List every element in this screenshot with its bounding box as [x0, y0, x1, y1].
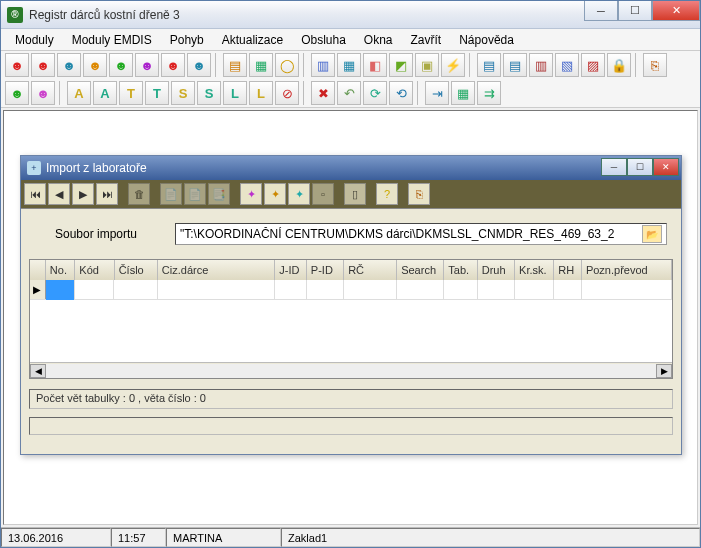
- toolbar2-btn-5[interactable]: T: [119, 81, 143, 105]
- menu-okna[interactable]: Okna: [356, 31, 401, 49]
- menu-zavrit[interactable]: Zavřít: [403, 31, 450, 49]
- col-rh[interactable]: RH: [554, 260, 582, 280]
- toolbar2-btn-18[interactable]: ⇉: [477, 81, 501, 105]
- browse-button[interactable]: 📂: [642, 225, 662, 243]
- grid-cell[interactable]: [275, 280, 306, 300]
- toolbar-btn-13[interactable]: ▦: [337, 53, 361, 77]
- toolbar2-btn-12[interactable]: ✖: [311, 81, 335, 105]
- toolbar-btn-exit[interactable]: ⎘: [643, 53, 667, 77]
- close-button[interactable]: ✕: [652, 1, 700, 21]
- col-kod[interactable]: Kód: [75, 260, 114, 280]
- col-krsk[interactable]: Kr.sk.: [515, 260, 554, 280]
- toolbar-btn-21[interactable]: ▧: [555, 53, 579, 77]
- toolbar-btn-8[interactable]: ☻: [187, 53, 211, 77]
- col-pozn[interactable]: Pozn.převod: [582, 260, 672, 280]
- col-jid[interactable]: J-ID: [275, 260, 306, 280]
- import-tb-f1[interactable]: ✦: [240, 183, 262, 205]
- toolbar2-btn-11[interactable]: ⊘: [275, 81, 299, 105]
- grid-h-scrollbar[interactable]: ◀ ▶: [30, 362, 672, 378]
- import-maximize-button[interactable]: ☐: [627, 158, 653, 176]
- toolbar-btn-10[interactable]: ▦: [249, 53, 273, 77]
- col-druh[interactable]: Druh: [478, 260, 515, 280]
- scroll-track[interactable]: [46, 364, 656, 378]
- import-close-button[interactable]: ✕: [653, 158, 679, 176]
- toolbar-btn-9[interactable]: ▤: [223, 53, 247, 77]
- grid-cell[interactable]: [478, 280, 515, 300]
- col-cizdarce[interactable]: Ciz.dárce: [158, 260, 275, 280]
- toolbar-btn-11[interactable]: ◯: [275, 53, 299, 77]
- grid-cell[interactable]: [307, 280, 344, 300]
- toolbar2-btn-16[interactable]: ⇥: [425, 81, 449, 105]
- toolbar-btn-1[interactable]: ☻: [5, 53, 29, 77]
- toolbar-btn-5[interactable]: ☻: [109, 53, 133, 77]
- import-tb-help[interactable]: ?: [376, 183, 398, 205]
- col-rc[interactable]: RČ: [344, 260, 397, 280]
- grid-cell[interactable]: [582, 280, 672, 300]
- menu-pohyb[interactable]: Pohyb: [162, 31, 212, 49]
- menu-napoveda[interactable]: Nápověda: [451, 31, 522, 49]
- toolbar-btn-7[interactable]: ☻: [161, 53, 185, 77]
- col-tab[interactable]: Tab.: [444, 260, 477, 280]
- import-tb-page[interactable]: ▯: [344, 183, 366, 205]
- toolbar-btn-6[interactable]: ☻: [135, 53, 159, 77]
- import-path-field[interactable]: "T:\KOORDINAČNÍ CENTRUM\DKMS dárci\DKMSL…: [175, 223, 667, 245]
- toolbar2-btn-4[interactable]: A: [93, 81, 117, 105]
- import-tb-f2[interactable]: ✦: [264, 183, 286, 205]
- nav-first-button[interactable]: ⏮: [24, 183, 46, 205]
- toolbar-btn-4[interactable]: ☻: [83, 53, 107, 77]
- scroll-right-icon[interactable]: ▶: [656, 364, 672, 378]
- toolbar-btn-19[interactable]: ▤: [503, 53, 527, 77]
- col-search[interactable]: Search: [397, 260, 444, 280]
- import-tb-copy3[interactable]: 📑: [208, 183, 230, 205]
- toolbar-btn-15[interactable]: ◩: [389, 53, 413, 77]
- import-tb-f3[interactable]: ✦: [288, 183, 310, 205]
- menu-moduly-emdis[interactable]: Moduly EMDIS: [64, 31, 160, 49]
- import-tb-copy1[interactable]: 📄: [160, 183, 182, 205]
- toolbar2-btn-15[interactable]: ⟲: [389, 81, 413, 105]
- toolbar-btn-2[interactable]: ☻: [31, 53, 55, 77]
- nav-prev-button[interactable]: ◀: [48, 183, 70, 205]
- toolbar-btn-16[interactable]: ▣: [415, 53, 439, 77]
- toolbar2-btn-3[interactable]: A: [67, 81, 91, 105]
- grid-cell[interactable]: [397, 280, 444, 300]
- toolbar-btn-12[interactable]: ▥: [311, 53, 335, 77]
- grid-cell[interactable]: [114, 280, 157, 300]
- import-tb-exit[interactable]: ⎘: [408, 183, 430, 205]
- maximize-button[interactable]: ☐: [618, 1, 652, 21]
- grid-cell[interactable]: [444, 280, 477, 300]
- menu-aktualizace[interactable]: Aktualizace: [214, 31, 291, 49]
- grid-row[interactable]: ▶: [30, 280, 672, 300]
- toolbar2-btn-1[interactable]: ☻: [5, 81, 29, 105]
- toolbar-btn-18[interactable]: ▤: [477, 53, 501, 77]
- toolbar2-btn-8[interactable]: S: [197, 81, 221, 105]
- toolbar-btn-23[interactable]: 🔒: [607, 53, 631, 77]
- toolbar2-btn-6[interactable]: T: [145, 81, 169, 105]
- toolbar-btn-3[interactable]: ☻: [57, 53, 81, 77]
- toolbar-btn-22[interactable]: ▨: [581, 53, 605, 77]
- import-tb-f4[interactable]: ▫: [312, 183, 334, 205]
- toolbar2-btn-9[interactable]: L: [223, 81, 247, 105]
- minimize-button[interactable]: ─: [584, 1, 618, 21]
- col-no[interactable]: No.: [46, 260, 76, 280]
- menu-obsluha[interactable]: Obsluha: [293, 31, 354, 49]
- toolbar2-btn-17[interactable]: ▦: [451, 81, 475, 105]
- import-tb-copy2[interactable]: 📄: [184, 183, 206, 205]
- toolbar2-btn-2[interactable]: ☻: [31, 81, 55, 105]
- nav-next-button[interactable]: ▶: [72, 183, 94, 205]
- toolbar2-btn-13[interactable]: ↶: [337, 81, 361, 105]
- grid-cell[interactable]: [554, 280, 582, 300]
- toolbar-btn-17[interactable]: ⚡: [441, 53, 465, 77]
- grid-cell-selected[interactable]: [46, 280, 75, 300]
- toolbar2-btn-10[interactable]: L: [249, 81, 273, 105]
- toolbar2-btn-14[interactable]: ⟳: [363, 81, 387, 105]
- import-tb-delete[interactable]: 🗑: [128, 183, 150, 205]
- toolbar-btn-20[interactable]: ▥: [529, 53, 553, 77]
- nav-last-button[interactable]: ⏭: [96, 183, 118, 205]
- grid-cell[interactable]: [515, 280, 554, 300]
- toolbar-btn-14[interactable]: ◧: [363, 53, 387, 77]
- col-cislo[interactable]: Číslo: [115, 260, 158, 280]
- col-pid[interactable]: P-ID: [307, 260, 344, 280]
- import-minimize-button[interactable]: ─: [601, 158, 627, 176]
- menu-moduly[interactable]: Moduly: [7, 31, 62, 49]
- scroll-left-icon[interactable]: ◀: [30, 364, 46, 378]
